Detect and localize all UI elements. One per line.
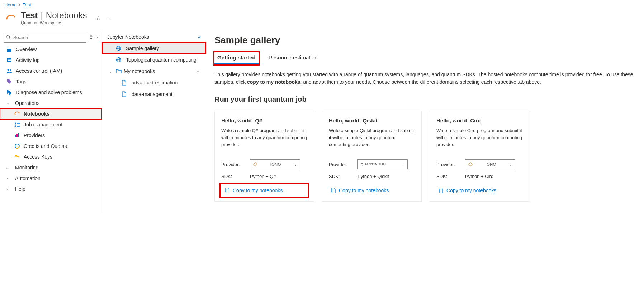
svg-rect-32 xyxy=(440,189,443,193)
gallery-description: This gallery provides notebooks getting … xyxy=(214,71,635,86)
search-input[interactable] xyxy=(13,35,84,40)
copy-label: Copy to my notebooks xyxy=(339,188,389,193)
breadcrumb-current[interactable]: Test xyxy=(23,2,31,8)
sidebar-item-overview[interactable]: Overview xyxy=(0,44,102,55)
svg-rect-11 xyxy=(15,135,16,137)
svg-line-1 xyxy=(9,38,11,39)
tree-item-label: My notebooks xyxy=(124,68,155,74)
favorite-star-icon[interactable]: ☆ xyxy=(96,15,101,21)
svg-rect-17 xyxy=(17,156,19,157)
sidebar-item-jobmgmt[interactable]: Job management xyxy=(0,119,102,130)
sort-toggle-icon[interactable] xyxy=(89,35,93,40)
sidebar-item-access[interactable]: Access control (IAM) xyxy=(0,66,102,76)
activity-log-icon xyxy=(6,57,12,63)
copy-label: Copy to my notebooks xyxy=(233,188,283,193)
tab-resource-estimation[interactable]: Resource estimation xyxy=(268,52,318,64)
tree-item-file1[interactable]: advanced-estimation xyxy=(102,77,206,88)
svg-point-7 xyxy=(8,80,8,81)
provider-name: IONQ xyxy=(486,162,496,166)
collapse-sidebar-icon[interactable]: « xyxy=(96,35,98,40)
sidebar-item-label: Activity log xyxy=(16,57,40,63)
breadcrumb: Home › Test xyxy=(0,0,644,10)
tree-item-topological[interactable]: Topological quantum computing xyxy=(102,54,206,66)
sidebar-item-label: Diagnose and solve problems xyxy=(16,90,82,95)
breadcrumb-home[interactable]: Home xyxy=(4,2,17,8)
sidebar-section-monitoring[interactable]: › Monitoring xyxy=(0,162,102,173)
sidebar: « Overview Activity log Access control (… xyxy=(0,29,102,212)
more-actions-icon[interactable]: ··· xyxy=(106,15,110,21)
page-subtitle: Quantum Workspace xyxy=(21,20,87,25)
provider-name: QUANTINUUM xyxy=(361,163,386,166)
sidebar-item-diagnose[interactable]: Diagnose and solve problems xyxy=(0,87,102,98)
svg-rect-29 xyxy=(332,189,335,193)
svg-rect-4 xyxy=(8,60,11,61)
notebooks-tree-panel: Jupyter Notebooks « Sample gallery Topol… xyxy=(102,29,206,212)
svg-point-0 xyxy=(7,35,10,38)
sidebar-item-credits[interactable]: Credits and Quotas xyxy=(0,141,102,151)
collapse-tree-icon[interactable]: « xyxy=(198,34,201,40)
chevron-right-icon: › xyxy=(19,2,20,8)
sidebar-item-label: Tags xyxy=(16,79,27,84)
sidebar-section-label: Operations xyxy=(15,100,39,106)
tree-item-label: Topological quantum computing xyxy=(126,57,196,63)
tree-item-label: Sample gallery xyxy=(126,45,159,51)
provider-select[interactable]: QUANTINUUM ⌄ xyxy=(357,159,408,169)
tree-item-label: advanced-estimation xyxy=(132,80,178,86)
tree-item-sample-gallery[interactable]: Sample gallery xyxy=(102,43,206,54)
svg-rect-12 xyxy=(16,134,18,137)
more-icon[interactable]: ··· xyxy=(196,68,201,74)
page-header: Test | Notebooks Quantum Workspace ☆ ··· xyxy=(0,10,644,29)
sample-card: Hello, world: Q# Write a simple Q# progr… xyxy=(214,111,314,202)
tree-item-my-notebooks[interactable]: ⌄ My notebooks ··· xyxy=(102,66,206,77)
svg-point-6 xyxy=(10,69,11,71)
svg-marker-25 xyxy=(254,163,257,166)
page-title-main: Test xyxy=(21,10,38,20)
provider-label: Provider: xyxy=(221,162,250,167)
tree-item-file2[interactable]: data-management xyxy=(102,88,206,100)
credits-icon xyxy=(14,143,20,149)
provider-label: Provider: xyxy=(329,162,357,167)
folder-icon xyxy=(116,69,122,74)
sample-card: Hello, world: Qiskit Write a simple Qisk… xyxy=(322,111,422,202)
sidebar-item-label: Overview xyxy=(16,47,37,52)
sidebar-section-label: Help xyxy=(15,186,25,192)
provider-logo-icon xyxy=(253,162,257,166)
provider-select[interactable]: IONQ ⌄ xyxy=(465,159,515,169)
chevron-right-icon: › xyxy=(6,177,11,180)
sample-card: Hello, world: Cirq Write a simple Cirq p… xyxy=(430,111,529,202)
sidebar-section-operations[interactable]: ⌄ Operations xyxy=(0,98,102,108)
tabs: Getting started Resource estimation xyxy=(214,52,635,64)
sidebar-item-label: Access control (IAM) xyxy=(16,68,62,74)
quantum-icon xyxy=(14,111,20,117)
copy-to-notebooks-button[interactable]: Copy to my notebooks xyxy=(221,185,307,196)
key-icon xyxy=(14,154,20,160)
main-content: Sample gallery Getting started Resource … xyxy=(206,29,644,212)
search-box[interactable] xyxy=(4,32,86,43)
card-title: Hello, world: Qiskit xyxy=(329,117,415,124)
card-title: Hello, world: Cirq xyxy=(436,117,522,124)
people-icon xyxy=(6,68,12,74)
svg-marker-30 xyxy=(469,163,472,166)
chevron-down-icon: ⌄ xyxy=(402,163,405,166)
sidebar-item-label: Job management xyxy=(24,122,62,127)
search-icon xyxy=(6,35,11,40)
svg-rect-18 xyxy=(19,157,19,158)
sidebar-item-activity[interactable]: Activity log xyxy=(0,55,102,66)
sidebar-item-notebooks[interactable]: Notebooks xyxy=(0,108,102,119)
sidebar-section-help[interactable]: › Help xyxy=(0,184,102,194)
sidebar-item-providers[interactable]: Providers xyxy=(0,130,102,141)
chevron-down-icon: ⌄ xyxy=(109,69,114,73)
sidebar-section-automation[interactable]: › Automation xyxy=(0,173,102,184)
sdk-label: SDK: xyxy=(221,174,250,179)
chevron-down-icon: ⌄ xyxy=(509,163,512,166)
tab-getting-started[interactable]: Getting started xyxy=(214,52,259,64)
sidebar-item-tags[interactable]: Tags xyxy=(0,76,102,87)
section-title: Run your first quantum job xyxy=(214,95,635,103)
provider-label: Provider: xyxy=(436,162,465,167)
provider-select[interactable]: IONQ ⌄ xyxy=(250,159,300,169)
copy-to-notebooks-button[interactable]: Copy to my notebooks xyxy=(329,185,415,196)
card-desc: Write a simple Q# program and submit it … xyxy=(221,127,307,149)
svg-rect-13 xyxy=(18,133,19,137)
sidebar-item-keys[interactable]: Access Keys xyxy=(0,151,102,162)
copy-to-notebooks-button[interactable]: Copy to my notebooks xyxy=(436,185,522,196)
